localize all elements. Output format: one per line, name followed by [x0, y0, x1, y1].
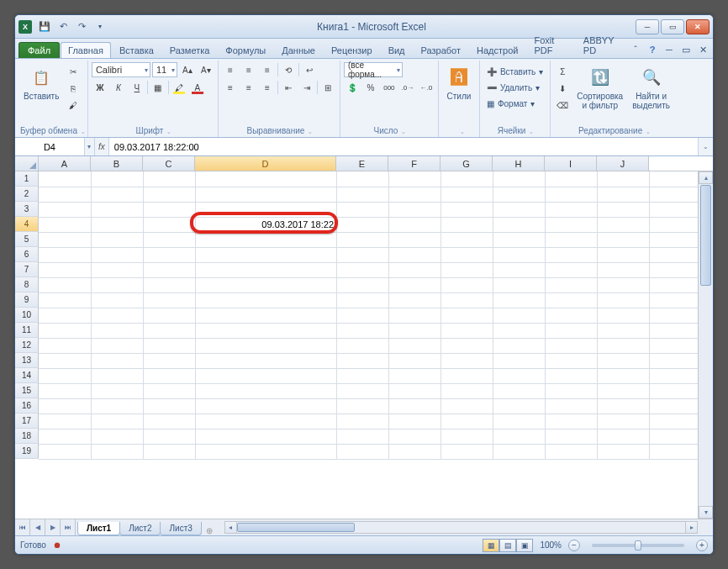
row-header-12[interactable]: 12 [15, 338, 39, 353]
font-size-combo[interactable]: 11 [152, 62, 177, 77]
expand-formula-bar-icon[interactable]: ⌄ [698, 138, 713, 155]
fx-icon[interactable]: fx [98, 142, 105, 151]
row-header-16[interactable]: 16 [15, 398, 39, 414]
column-header-H[interactable]: H [493, 156, 545, 171]
maximize-button[interactable]: ▭ [661, 19, 684, 34]
align-middle-icon[interactable]: ≡ [240, 62, 257, 77]
decrease-indent-icon[interactable]: ⇤ [280, 80, 297, 95]
column-header-B[interactable]: B [91, 156, 143, 171]
doc-minimize-icon[interactable]: ─ [662, 43, 676, 56]
scroll-left-icon[interactable]: ◂ [224, 521, 237, 534]
fill-color-icon[interactable]: 🖍 [171, 80, 187, 95]
save-icon[interactable]: 💾 [37, 19, 52, 34]
sheet-nav-first-icon[interactable]: ⏮ [15, 519, 30, 535]
vscroll-thumb[interactable] [700, 185, 711, 286]
vertical-scrollbar[interactable]: ▴ ▾ [698, 171, 713, 519]
sheet-nav-last-icon[interactable]: ⏭ [61, 519, 76, 535]
new-sheet-icon[interactable]: ⊕ [201, 526, 218, 535]
sheet-tab-3[interactable]: Лист3 [160, 522, 201, 535]
row-header-10[interactable]: 10 [15, 308, 39, 323]
increase-decimal-icon[interactable]: .0→ [399, 80, 416, 95]
column-header-G[interactable]: G [440, 156, 493, 171]
zoom-level[interactable]: 100% [540, 540, 562, 550]
row-header-13[interactable]: 13 [15, 353, 39, 368]
row-header-6[interactable]: 6 [15, 247, 39, 262]
find-select-button[interactable]: 🔍 Найти и выделить [629, 62, 673, 113]
format-painter-icon[interactable]: 🖌 [65, 97, 82, 113]
paste-button[interactable]: 📋 Вставить [20, 62, 62, 103]
number-format-combo[interactable]: (все форма... [344, 62, 403, 77]
column-header-F[interactable]: F [388, 156, 440, 171]
autosum-icon[interactable]: Σ [554, 64, 571, 79]
border-icon[interactable]: ▦ [150, 80, 166, 95]
row-header-4[interactable]: 4 [15, 217, 39, 232]
row-header-1[interactable]: 1 [15, 171, 39, 187]
row-header-2[interactable]: 2 [15, 187, 39, 202]
sheet-nav-next-icon[interactable]: ▶ [45, 519, 61, 535]
align-center-icon[interactable]: ≡ [240, 80, 257, 95]
name-box[interactable]: ▾ [15, 138, 95, 155]
tab-home[interactable]: Главная [61, 42, 111, 58]
column-header-I[interactable]: I [545, 156, 597, 171]
thousands-icon[interactable]: 000 [381, 80, 398, 95]
align-top-icon[interactable]: ≡ [222, 62, 239, 77]
sheet-tab-1[interactable]: Лист1 [77, 522, 120, 535]
decrease-decimal-icon[interactable]: ←.0 [418, 80, 435, 95]
sheet-nav-prev-icon[interactable]: ◀ [30, 519, 45, 535]
undo-icon[interactable]: ↶ [55, 19, 71, 34]
cells-area[interactable]: 09.03.2017 18:22 [39, 171, 698, 519]
italic-button[interactable]: К [110, 80, 127, 95]
redo-icon[interactable]: ↷ [74, 19, 89, 34]
doc-restore-icon[interactable]: ▭ [679, 43, 693, 56]
scroll-up-icon[interactable]: ▴ [699, 171, 713, 184]
tab-review[interactable]: Рецензир [324, 42, 380, 58]
hscroll-thumb[interactable] [237, 523, 355, 532]
orientation-icon[interactable]: ⟲ [280, 62, 297, 77]
delete-cells-button[interactable]: ➖Удалить ▾ [483, 80, 543, 95]
tab-foxit[interactable]: Foxit PDF [526, 32, 574, 58]
sheet-tab-2[interactable]: Лист2 [119, 522, 161, 535]
increase-indent-icon[interactable]: ⇥ [298, 80, 315, 95]
row-header-19[interactable]: 19 [15, 444, 39, 459]
row-header-18[interactable]: 18 [15, 429, 39, 444]
styles-button[interactable]: 🅰 Стили [442, 62, 476, 103]
row-header-15[interactable]: 15 [15, 383, 39, 398]
name-box-dropdown-icon[interactable]: ▾ [84, 138, 94, 155]
close-button[interactable]: ✕ [686, 19, 710, 34]
wrap-text-icon[interactable]: ↩ [301, 62, 318, 77]
view-normal-icon[interactable]: ▦ [483, 539, 499, 552]
column-header-C[interactable]: C [143, 156, 195, 171]
tab-insert[interactable]: Вставка [112, 42, 161, 58]
row-header-7[interactable]: 7 [15, 262, 39, 277]
zoom-in-button[interactable]: + [696, 540, 708, 551]
scroll-down-icon[interactable]: ▾ [699, 506, 713, 519]
tab-formulas[interactable]: Формулы [218, 42, 273, 58]
cut-icon[interactable]: ✂ [65, 64, 82, 79]
font-name-combo[interactable]: Calibri [92, 62, 150, 77]
grow-font-icon[interactable]: A▴ [179, 62, 196, 77]
currency-icon[interactable]: 💲 [344, 80, 361, 95]
doc-close-icon[interactable]: ✕ [696, 43, 710, 56]
formula-input[interactable] [109, 138, 698, 155]
fill-icon[interactable]: ⬇ [554, 81, 571, 96]
align-bottom-icon[interactable]: ≡ [259, 62, 276, 77]
tab-data[interactable]: Данные [274, 42, 323, 58]
scroll-right-icon[interactable]: ▸ [685, 521, 698, 534]
format-cells-button[interactable]: ▦Формат ▾ [483, 96, 539, 111]
copy-icon[interactable]: ⎘ [65, 81, 82, 96]
minimize-button[interactable]: ─ [636, 19, 659, 34]
bold-button[interactable]: Ж [92, 80, 108, 95]
row-header-3[interactable]: 3 [15, 202, 39, 217]
font-color-icon[interactable]: A [189, 80, 206, 95]
column-header-E[interactable]: E [336, 156, 388, 171]
horizontal-scrollbar[interactable]: ◂ ▸ [224, 519, 713, 535]
row-header-5[interactable]: 5 [15, 232, 39, 247]
help-icon[interactable]: ? [646, 43, 659, 56]
view-page-break-icon[interactable]: ▣ [516, 539, 533, 552]
cell-D4[interactable]: 09.03.2017 18:22 [195, 217, 336, 232]
tab-view[interactable]: Вид [381, 42, 413, 58]
row-header-14[interactable]: 14 [15, 368, 39, 383]
minimize-ribbon-icon[interactable]: ˆ [629, 43, 642, 56]
macro-record-icon[interactable]: ⏺ [53, 540, 61, 550]
align-right-icon[interactable]: ≡ [259, 80, 276, 95]
